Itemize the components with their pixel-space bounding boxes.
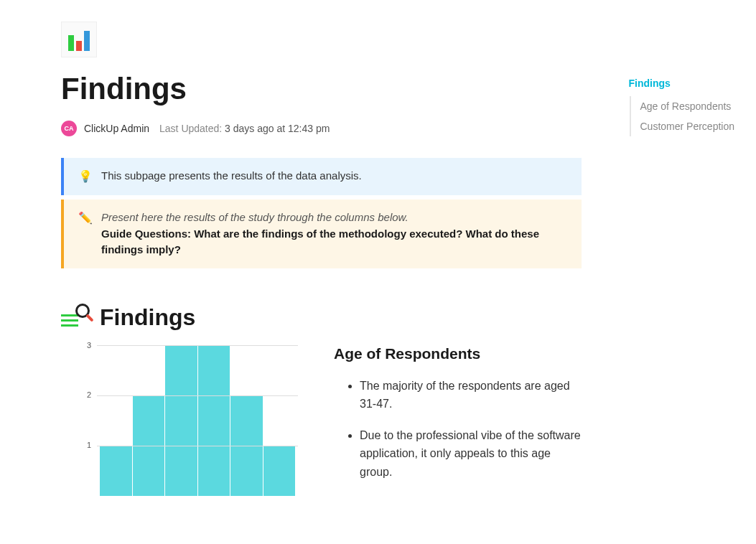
lightbulb-icon: 💡	[78, 168, 93, 185]
callout-warn: ✏️ Present here the results of the study…	[61, 200, 582, 268]
list-item: The majority of the respondents are aged…	[360, 377, 582, 413]
icon-bar	[76, 41, 82, 51]
nav-item-findings[interactable]: Findings	[628, 73, 734, 93]
section-heading-text: Findings	[100, 304, 195, 331]
page-icon[interactable]	[61, 22, 97, 57]
y-tick-label: 1	[87, 441, 91, 449]
age-histogram-chart: 123	[75, 345, 298, 496]
gridline	[97, 446, 298, 446]
callout-warn-guide: Guide Questions: What are the findings o…	[101, 228, 539, 256]
chart-bar	[263, 446, 296, 496]
nav-item[interactable]: Age of Respondents	[631, 96, 734, 116]
pencil-icon: ✏️	[78, 210, 93, 227]
last-updated-label: Last Updated:	[159, 123, 225, 134]
author-name: ClickUp Admin	[84, 123, 149, 134]
subsection-title-age: Age of Respondents	[334, 345, 582, 362]
callout-info-text: This subpage presents the results of the…	[101, 168, 569, 184]
callout-info: 💡 This subpage presents the results of t…	[61, 158, 582, 195]
y-tick-label: 3	[87, 341, 91, 350]
meta-row: CA ClickUp Admin Last Updated: 3 days ag…	[61, 121, 582, 136]
author-avatar[interactable]: CA	[61, 121, 77, 136]
chart-bar	[198, 346, 230, 496]
icon-bar	[84, 31, 90, 51]
findings-list: The majority of the respondents are aged…	[334, 377, 582, 482]
chart-bar	[165, 346, 197, 496]
page-title: Findings	[61, 72, 582, 106]
gridline	[97, 395, 298, 396]
nav-item[interactable]: Customer Perception	[631, 116, 734, 136]
magnifier-list-icon	[61, 305, 91, 329]
last-updated: Last Updated: 3 days ago at 12:43 pm	[157, 123, 330, 134]
last-updated-value: 3 days ago at 12:43 pm	[225, 123, 330, 134]
section-heading: Findings	[61, 304, 582, 331]
outline-nav: Findings Age of RespondentsCustomer Perc…	[628, 73, 734, 136]
callout-warn-body: Present here the results of the study th…	[101, 210, 569, 258]
y-tick-label: 2	[87, 390, 91, 399]
chart-bar	[100, 446, 132, 496]
list-item: Due to the professional vibe of the soft…	[360, 426, 582, 482]
icon-bar	[68, 35, 74, 51]
callout-warn-intro: Present here the results of the study th…	[101, 211, 409, 223]
